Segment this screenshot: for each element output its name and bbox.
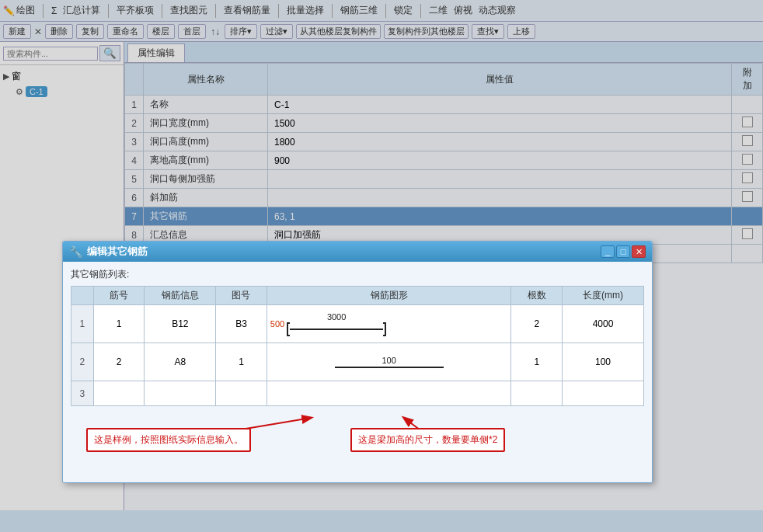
modal-buttons: _ □ ✕ <box>601 245 646 258</box>
row1-count[interactable]: 2 <box>511 305 563 343</box>
row1-fignum[interactable]: B3 <box>216 305 267 343</box>
annotation-area: 这是样例，按照图纸实际信息输入。 这是梁加高的尺寸，数量要单侧*2 <box>71 414 644 476</box>
rebar-row-2: 2 2 A8 1 100 1 <box>71 343 644 381</box>
modal-overlay: 🔧 编辑其它钢筋 _ □ ✕ 其它钢筋列表: 筋号 钢筋信息 图号 <box>0 0 763 532</box>
row3-jin[interactable] <box>93 381 145 406</box>
close-button[interactable]: ✕ <box>632 245 646 258</box>
modal-titlebar: 🔧 编辑其它钢筋 _ □ ✕ <box>63 242 652 262</box>
row1-info[interactable]: B12 <box>145 305 216 343</box>
rebar-col-jin: 筋号 <box>93 287 145 305</box>
row2-length[interactable]: 100 <box>563 343 644 381</box>
row2-info[interactable]: A8 <box>145 343 216 381</box>
modal-app-icon: 🔧 <box>69 245 82 258</box>
svg-line-0 <box>241 418 311 429</box>
row3-fignum[interactable] <box>216 381 267 406</box>
modal-subtitle: 其它钢筋列表: <box>71 268 644 281</box>
row3-count[interactable] <box>511 381 563 406</box>
row2-num: 2 <box>71 343 94 381</box>
maximize-button[interactable]: □ <box>616 245 630 258</box>
rebar-col-shape: 钢筋图形 <box>267 287 511 305</box>
rebar-row-1: 1 1 B12 B3 500 3000 <box>71 305 644 343</box>
row1-shape: 500 3000 <box>267 305 511 343</box>
minimize-button[interactable]: _ <box>601 245 615 258</box>
rebar-col-info: 钢筋信息 <box>145 287 216 305</box>
rebar-col-length: 长度(mm) <box>563 287 644 305</box>
modal-content: 其它钢筋列表: 筋号 钢筋信息 图号 钢筋图形 根数 长度(mm) <box>63 262 652 482</box>
row3-info[interactable] <box>145 381 216 406</box>
rebar-row-3: 3 <box>71 381 644 406</box>
annotation-box-2: 这是梁加高的尺寸，数量要单侧*2 <box>350 428 505 452</box>
annotation-box-1: 这是样例，按照图纸实际信息输入。 <box>86 428 251 452</box>
modal-title-left: 🔧 编辑其它钢筋 <box>69 245 148 259</box>
rebar-col-fignum: 图号 <box>216 287 267 305</box>
row1-length[interactable]: 4000 <box>563 305 644 343</box>
rebar-col-num <box>71 287 94 305</box>
modal-dialog: 🔧 编辑其它钢筋 _ □ ✕ 其它钢筋列表: 筋号 钢筋信息 图号 <box>62 241 653 483</box>
row2-fignum[interactable]: 1 <box>216 343 267 381</box>
row3-shape[interactable] <box>267 381 511 406</box>
row3-length[interactable] <box>563 381 644 406</box>
row2-count[interactable]: 1 <box>511 343 563 381</box>
row1-jin[interactable]: 1 <box>93 305 145 343</box>
row1-num: 1 <box>71 305 94 343</box>
rebar-col-count: 根数 <box>511 287 563 305</box>
rebar-table: 筋号 钢筋信息 图号 钢筋图形 根数 长度(mm) 1 1 B12 B3 <box>71 286 644 406</box>
row2-jin[interactable]: 2 <box>93 343 145 381</box>
row2-shape: 100 <box>267 343 511 381</box>
row3-num: 3 <box>71 381 94 406</box>
modal-title-text: 编辑其它钢筋 <box>87 245 148 259</box>
